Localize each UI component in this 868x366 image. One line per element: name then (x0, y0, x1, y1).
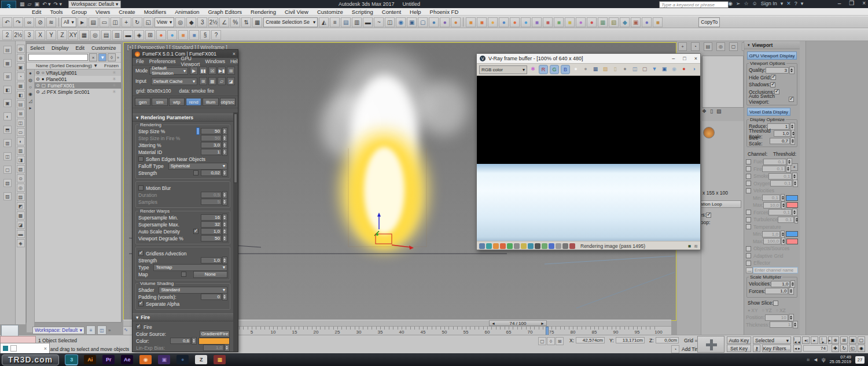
menu-help[interactable]: Help (410, 9, 421, 15)
visibility-eye-icon[interactable]: ⊙ (36, 76, 40, 82)
named-selection-set-dropdown[interactable]: Create Selection Se▾ (263, 17, 318, 27)
channel-select[interactable]: RGB color▾ (479, 65, 527, 74)
render-production-icon[interactable]: ● (429, 17, 439, 27)
marmoset-taskbar-icon[interactable]: ● (176, 355, 189, 364)
display-toggle-1-icon[interactable]: ◍ (28, 78, 32, 83)
favorites-icon[interactable]: ☆ (744, 1, 748, 6)
turbulence-checkbox[interactable] (746, 217, 751, 222)
cache-browser-icon[interactable]: ⊞ (199, 77, 207, 85)
spinner[interactable] (795, 216, 798, 224)
samples-field[interactable]: 5 (201, 199, 222, 205)
render-setup-icon[interactable]: ▣ (407, 17, 417, 27)
network-tray-icon[interactable]: ⌗ (807, 357, 810, 363)
oxygen-checkbox[interactable] (746, 181, 751, 186)
spinner[interactable] (781, 230, 785, 238)
render-iterative-icon[interactable]: ● (440, 17, 450, 27)
redo-icon[interactable]: ↷ ▾ (54, 1, 62, 7)
max-color-swatch[interactable] (786, 202, 798, 208)
side-tool-2-icon[interactable]: ▣ (17, 63, 25, 71)
objects-sources-checkbox[interactable] (746, 246, 751, 251)
visibility-eye-icon[interactable]: ⊙ (36, 70, 40, 75)
material-id-field[interactable]: 1 (201, 149, 222, 155)
occlusions--checkbox[interactable] (774, 89, 779, 94)
fire-checkbox[interactable] (136, 324, 141, 330)
dock-tool-5-icon[interactable]: ◐ (3, 112, 12, 120)
viewport-rollout-header[interactable]: ▾Viewport (744, 41, 800, 49)
threshold-scale--field[interactable]: 1,0 (774, 130, 790, 137)
continue-simulation-icon[interactable]: ▶▮ (218, 67, 226, 75)
spinner[interactable] (781, 194, 785, 202)
current-frame-marker[interactable] (546, 327, 549, 335)
fumefx-tab-sim[interactable]: sim (152, 98, 167, 106)
show-slice-checkbox[interactable] (773, 301, 778, 306)
fire-checkbox[interactable] (746, 166, 751, 171)
compare-horizontal-icon[interactable] (500, 243, 506, 249)
fumefx-tab-illum[interactable]: illum (203, 98, 218, 106)
configure-modifier-sets-icon[interactable]: ▨ (716, 108, 722, 114)
compare-vertical-icon[interactable] (507, 243, 513, 249)
auto-key-button[interactable]: Auto Key (727, 336, 751, 344)
share-icon[interactable]: ➢ (736, 1, 741, 6)
user-icon[interactable]: ☺ (752, 1, 757, 6)
side-tool-15-icon[interactable]: ◎ (17, 184, 25, 192)
render-last-icon[interactable]: ◑ (690, 65, 698, 73)
dock-tool-0-icon[interactable]: ▤ (3, 46, 12, 54)
side-tool-21-icon[interactable]: ◈ (17, 239, 25, 247)
phoenix-fire-icon[interactable]: ● (510, 17, 520, 27)
maximize-button[interactable]: □ (683, 56, 686, 61)
background-toggle-icon[interactable] (542, 243, 547, 249)
playback--button[interactable]: ◄| (802, 336, 810, 344)
reference-coordinate-dropdown[interactable]: View▾ (155, 17, 175, 27)
zoom-region-icon[interactable]: ▢ (858, 336, 865, 344)
visibility-eye-icon[interactable]: ⊙ (36, 83, 40, 88)
display-toggle-4-icon[interactable]: ◿ (28, 98, 32, 104)
bind-to-spacewarp-icon[interactable]: ≋ (46, 17, 56, 27)
chevron-down-icon[interactable]: ▾ (801, 1, 804, 6)
dock-tool-8-icon[interactable]: ◫ (3, 152, 12, 160)
gpu-viewport-display-button[interactable]: GPU Viewport Display (747, 52, 797, 60)
red-channel-icon[interactable]: R (539, 65, 548, 74)
blue-channel-icon[interactable]: B (561, 65, 570, 74)
archive-taskbar-icon[interactable]: ▦ (214, 355, 226, 364)
gridless-advection-checkbox[interactable] (138, 251, 144, 256)
frozen-cell-icon[interactable]: ✳ (112, 89, 116, 94)
auto-scale-density-checkbox[interactable] (193, 229, 198, 234)
save-image-icon[interactable]: ▦ (591, 65, 599, 73)
zoom-viewport-icon[interactable]: ⊕ (832, 336, 839, 344)
multi-scatter-icon[interactable]: ● (576, 17, 586, 27)
menu-customize[interactable]: Customize (317, 9, 343, 15)
layer-manager-icon[interactable]: ▤ (341, 17, 351, 27)
named-views-icon[interactable]: ◈ (134, 30, 144, 40)
display-toggle-3-icon[interactable]: ◉ (28, 92, 32, 97)
save-file-icon[interactable]: ▣ (34, 1, 39, 7)
simulation-queue-icon[interactable]: ⊞ (227, 67, 235, 75)
dock-tool-1-icon[interactable]: ▦ (3, 59, 12, 67)
vray-toolbar-3-icon[interactable]: ● (488, 17, 498, 27)
fire-color-swatch[interactable] (198, 338, 230, 345)
stop-simulation-icon[interactable]: ☒ (208, 67, 216, 75)
soften-edges-near-objects-checkbox[interactable] (138, 156, 144, 162)
display-tab-icon[interactable]: ▢ (729, 42, 738, 51)
spinner[interactable] (225, 351, 230, 352)
menu-group[interactable]: Group (72, 9, 87, 15)
effector-checkbox[interactable] (746, 261, 751, 266)
velocities-checkbox[interactable] (746, 188, 751, 193)
display-toggle-0-icon[interactable]: ● (29, 71, 32, 76)
fuel-checkbox[interactable] (746, 159, 751, 164)
quality--field[interactable]: 3 (766, 67, 789, 74)
caches-checkbox[interactable] (706, 213, 711, 218)
side-tool-17-icon[interactable]: ◩ (17, 202, 25, 210)
levels-icon[interactable] (535, 243, 540, 249)
spinner[interactable] (222, 235, 227, 242)
side-tool-9-icon[interactable]: ▭ (17, 128, 25, 136)
vray-utility-1-icon[interactable]: ■ (178, 30, 188, 40)
motion-blur-checkbox[interactable] (138, 185, 144, 191)
orbit-view-icon[interactable]: ↻ (840, 345, 848, 352)
minimize-button[interactable]: – (838, 0, 841, 6)
material-editor-icon[interactable]: ◉ (396, 17, 406, 27)
fire-rollout[interactable]: ▾Fire (133, 313, 233, 321)
side-tool-11-icon[interactable]: ▥ (17, 147, 25, 155)
search-input[interactable]: Type a keyword or phrase (659, 1, 729, 8)
copyto-button[interactable]: CopyTo (698, 17, 720, 27)
clear-search-icon[interactable]: × (89, 53, 97, 61)
